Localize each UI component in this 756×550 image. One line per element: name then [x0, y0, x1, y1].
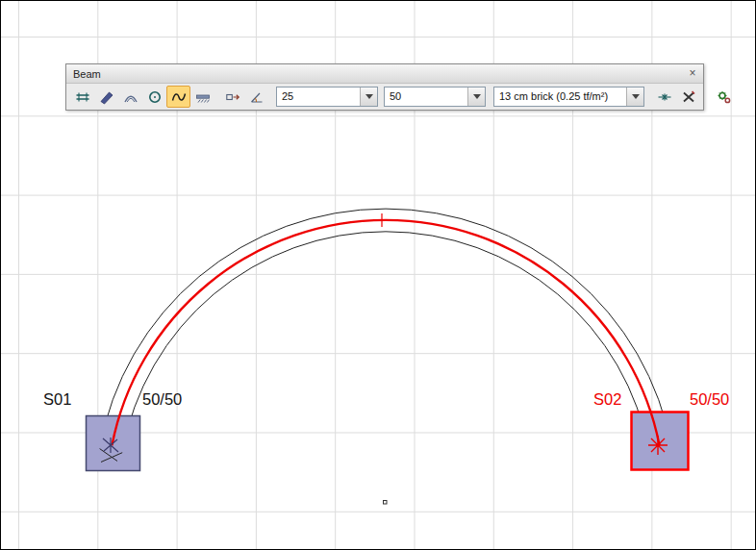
beam-angle-icon [249, 89, 265, 105]
tool-node-snap[interactable] [652, 86, 676, 108]
beam-centerline[interactable] [112, 220, 659, 445]
width-combo[interactable]: 25 [276, 87, 378, 107]
node-marker-right [648, 436, 668, 455]
tool-beam-two-points[interactable] [70, 86, 94, 108]
tool-edit-tools[interactable] [676, 86, 700, 108]
column-s02[interactable] [632, 412, 689, 470]
continuous-beam-icon [195, 89, 211, 105]
circle-beam-icon [147, 89, 163, 105]
label-s01: S01 [43, 390, 71, 408]
width-combo-value: 25 [277, 88, 360, 106]
toolbar-title: Beam [73, 68, 686, 80]
beam-offset-icon [225, 89, 240, 105]
beam-two-points-icon [75, 89, 90, 105]
tool-continuous-beam[interactable] [190, 86, 214, 108]
curved-beam-icon [171, 89, 187, 105]
tool-beam-angle[interactable] [244, 86, 268, 108]
toolbar-buttons-row: 25 50 13 cm brick (0.25 tf/m²) [66, 84, 703, 110]
label-s02: S02 [593, 390, 621, 408]
tool-curved-beam[interactable] [166, 86, 190, 108]
apex-marker [375, 213, 389, 227]
beam-toolbar: Beam × [65, 63, 704, 111]
arc-beam-icon [123, 89, 139, 105]
origin-marker [384, 501, 388, 505]
drawing-canvas[interactable]: S01 50/50 S02 50/50 Beam × [0, 0, 756, 550]
settings-gears-icon [717, 89, 732, 105]
close-icon[interactable]: × [686, 67, 699, 81]
chevron-down-icon[interactable] [360, 88, 377, 106]
edit-tools-icon [681, 89, 696, 105]
wall-load-combo-value: 13 cm brick (0.25 tf/m²) [494, 88, 626, 106]
tool-inclined-beam[interactable] [94, 86, 118, 108]
depth-combo[interactable]: 50 [384, 87, 486, 107]
tool-arc-beam[interactable] [118, 86, 142, 108]
label-s02-section: 50/50 [690, 390, 729, 408]
beam-outer-edge [100, 209, 672, 448]
toolbar-titlebar[interactable]: Beam × [66, 64, 703, 84]
tool-circle-beam[interactable] [142, 86, 166, 108]
inclined-beam-icon [99, 89, 114, 105]
depth-combo-value: 50 [385, 88, 467, 106]
node-snap-icon [657, 89, 672, 105]
tool-beam-offset[interactable] [220, 86, 244, 108]
chevron-down-icon[interactable] [626, 88, 643, 106]
wall-load-combo[interactable]: 13 cm brick (0.25 tf/m²) [493, 87, 644, 107]
label-s01-section: 50/50 [142, 390, 182, 408]
chevron-down-icon[interactable] [467, 88, 485, 106]
beam-inner-edge [122, 232, 649, 453]
tool-settings[interactable] [712, 86, 736, 108]
